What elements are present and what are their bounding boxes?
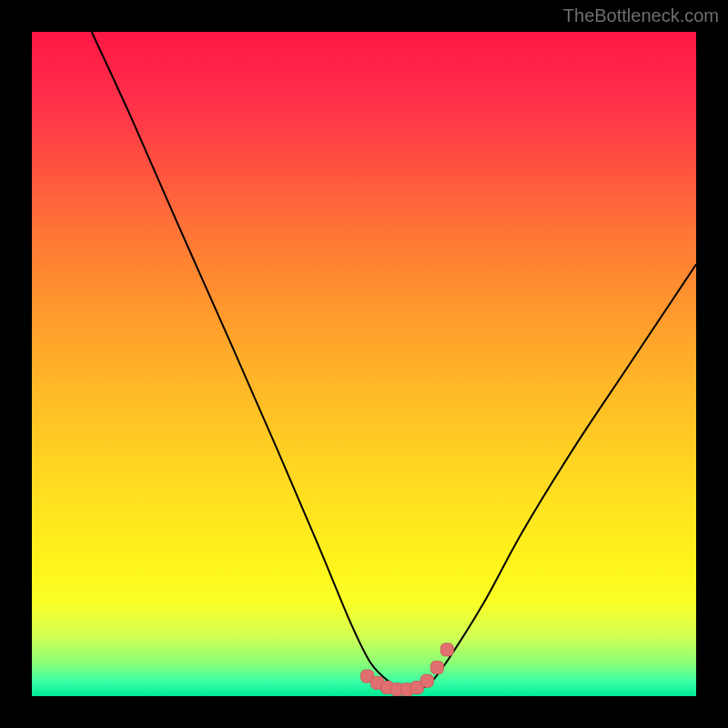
marker-point [420, 674, 433, 687]
marker-point [430, 662, 443, 674]
bottleneck-curve [92, 32, 696, 691]
watermark-text: TheBottleneck.com [563, 5, 719, 26]
chart-svg [32, 32, 696, 696]
marker-point [440, 643, 453, 656]
chart-frame: TheBottleneck.com [0, 0, 728, 728]
plot-area [32, 32, 696, 696]
